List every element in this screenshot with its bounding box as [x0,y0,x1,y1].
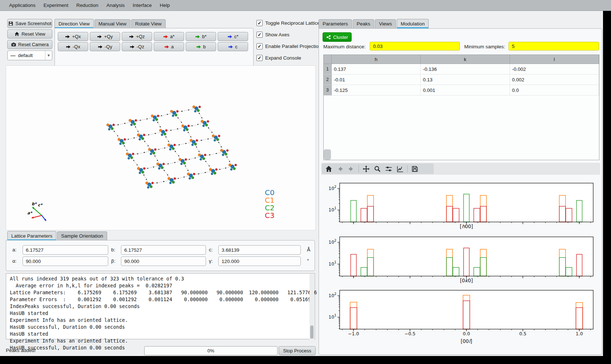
table-scrollbar-handle[interactable] [324,149,331,160]
view-direction-button-a[interactable]: a [154,42,184,51]
customize-icon[interactable] [396,165,404,173]
lattice-input-row1-1[interactable] [121,245,206,255]
checkbox-show-axes[interactable]: ✓Show Axes [256,31,290,38]
reset-view-button[interactable]: Reset View [7,29,52,39]
menu-applications[interactable]: Applications [5,1,40,10]
camera-preset-combobox[interactable]: — default ▼ [7,50,52,60]
stop-process-button[interactable]: Stop Process [279,346,316,355]
console-scrollbar[interactable] [309,274,314,339]
view-direction-button-b[interactable]: b [186,42,216,51]
menu-reduction[interactable]: Reduction [72,1,102,10]
axis-label-c-star: c* [38,203,43,207]
view-direction-button-b[interactable]: b* [186,32,216,41]
save-screenshot-button[interactable]: Save Screenshot [7,19,52,28]
back-icon[interactable] [336,165,344,173]
tab-peaks[interactable]: Peaks [353,19,375,28]
subplots-icon[interactable] [385,165,393,173]
table-cell[interactable]: 0.001 [421,85,510,96]
pan-icon[interactable] [362,165,370,173]
arrow-right-icon [196,45,201,49]
view-direction-button-qy[interactable]: -Qy [90,42,120,51]
checkbox-expand-console[interactable]: ✓Expand Console [256,54,301,61]
modulation-histograms[interactable]: 102101[h00]102101[0k0]−1.0−0.50.00.51.01… [319,176,602,348]
column-header-k[interactable]: k [421,55,510,64]
menu-interface[interactable]: Interface [129,1,156,10]
table-cell[interactable]: -0.136 [421,64,510,74]
row-header-2[interactable]: 2 [324,74,332,85]
menu-help[interactable]: Help [156,1,174,10]
reset-camera-button[interactable]: Reset Camera [7,40,52,49]
minimum-samples-input[interactable] [509,42,599,50]
table-cell[interactable]: 0.137 [332,64,421,74]
view-direction-button-qy[interactable]: +Qy [90,32,120,41]
console-scrollbar-handle[interactable] [310,325,313,339]
row-header-3[interactable]: 3 [324,85,332,96]
checkbox-box[interactable]: ✓ [256,20,263,26]
view-direction-button-c[interactable]: c* [218,32,248,41]
view-direction-button-qx[interactable]: -Qx [58,42,88,51]
camera-icon [11,42,16,47]
checkbox-box[interactable]: ✓ [256,55,263,61]
direction-label: +Qz [136,34,145,39]
view-direction-button-qz[interactable]: -Qz [122,42,152,51]
menu-analysis[interactable]: Analysis [102,1,129,10]
cluster-button[interactable]: Cluster [323,32,352,42]
table-corner[interactable] [324,55,332,64]
svg-text:102: 102 [328,292,336,298]
figure-toolbar [322,163,434,174]
view-tabbar: Direction ViewManual ViewRotate View [54,19,166,28]
maximum-distance-input[interactable] [370,42,460,50]
checkbox-box[interactable]: ✓ [256,32,263,38]
column-header-l[interactable]: l [510,55,599,64]
status-message: Peaks added! [6,348,36,353]
tab-manual-view[interactable]: Manual View [94,19,130,28]
unit-row1: Å [307,247,310,252]
lattice-input-row2-2[interactable] [218,256,301,266]
checkbox-enable-parallel-projection[interactable]: ✓Enable Parallel Projection [256,43,321,50]
lattice-input-row2-1[interactable] [121,256,206,266]
view-direction-button-qx[interactable]: +Qx [58,32,88,41]
tab-parameters[interactable]: Parameters [319,19,352,28]
tab-modulation[interactable]: Modulation [397,19,429,28]
modulation-vector-table: hkl10.137-0.136-0.0022-0.010.130.0023-0.… [323,54,599,160]
table-cell[interactable]: 0.0 [510,85,599,96]
zoom-icon[interactable] [373,165,381,173]
tab-sample-orientation[interactable]: Sample Orientation [57,231,107,240]
lattice-input-row2-0[interactable] [23,256,108,266]
application-window: ApplicationsExperimentReductionAnalysisI… [0,0,611,364]
cluster-button-label: Cluster [333,35,348,40]
view-direction-button-a[interactable]: a* [154,32,184,41]
column-header-h[interactable]: h [332,55,421,64]
row-header-1[interactable]: 1 [324,64,332,74]
toolbar-separator [407,165,408,173]
table-cell[interactable]: -0.002 [510,64,599,74]
tab-direction-view[interactable]: Direction View [54,19,94,28]
table-cell[interactable]: -0.01 [332,74,421,85]
table-cell[interactable]: 0.13 [421,74,510,85]
tab-lattice-parameters[interactable]: Lattice Parameters [7,231,56,240]
checkbox-box[interactable]: ✓ [256,43,263,49]
arrow-right-icon [164,45,169,49]
tab-views[interactable]: Views [375,19,396,28]
progress-bar: 0% [144,346,278,355]
axis-label-a-star: a* [27,211,33,215]
console-output[interactable]: All runs indexed 319 peaks out of 323 wi… [6,273,315,339]
table-cell[interactable]: 0.002 [510,74,599,85]
3d-viewport[interactable]: C0C1C2C3b*c*a* [6,65,316,230]
reset-camera-label: Reset Camera [18,42,49,47]
view-direction-button-qz[interactable]: +Qz [122,32,152,41]
lattice-input-row1-2[interactable] [218,245,301,255]
checkbox-label: Enable Parallel Projection [265,44,321,49]
direction-label: a* [170,34,174,39]
tab-rotate-view[interactable]: Rotate View [131,19,166,28]
save-icon[interactable] [411,165,419,173]
checkbox-toggle-reciprocal-lattice[interactable]: ✓Toggle Reciprocal Lattice [256,19,320,27]
direction-label: c* [234,34,239,39]
view-direction-button-c[interactable]: c [218,42,248,51]
table-cell[interactable]: -0.125 [332,85,421,96]
home-icon[interactable] [325,165,333,173]
forward-icon[interactable] [347,165,355,173]
menu-experiment[interactable]: Experiment [40,1,72,10]
lattice-input-row1-0[interactable] [23,245,108,255]
maximum-distance-label: Maximum distance: [323,44,365,49]
